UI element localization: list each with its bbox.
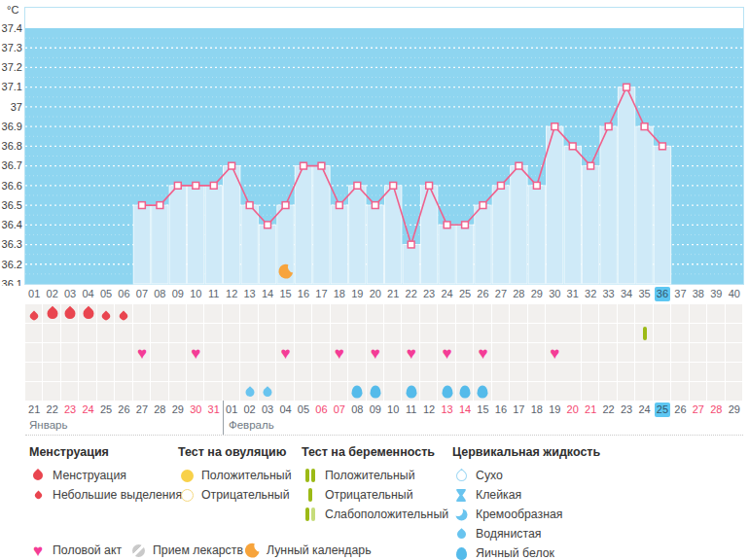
calendar-date-cell[interactable]: 10 xyxy=(384,401,402,418)
cycle-day-cell[interactable]: 16 xyxy=(295,286,312,301)
intercourse-heart-icon[interactable]: ♥ xyxy=(191,347,200,360)
calendar-date-cell[interactable]: 19 xyxy=(546,401,563,418)
calendar-date-cell[interactable]: 25 xyxy=(654,401,671,418)
cycle-day-cell[interactable]: 37 xyxy=(671,286,689,301)
menstruation-drop-icon[interactable] xyxy=(121,305,128,323)
menstruation-drop-icon[interactable] xyxy=(102,305,110,323)
cycle-day-cell[interactable]: 40 xyxy=(726,286,743,301)
calendar-date-cell[interactable]: 31 xyxy=(205,401,223,418)
cycle-day-cell[interactable]: 27 xyxy=(492,286,510,301)
cycle-day-cell[interactable]: 24 xyxy=(438,286,455,301)
calendar-date-cell[interactable]: 26 xyxy=(671,401,689,418)
temperature-point[interactable] xyxy=(354,182,361,189)
temperature-chart[interactable]: 37.437.337.237.13736.936.836.736.636.536… xyxy=(0,0,749,286)
cycle-day-cell[interactable]: 39 xyxy=(707,286,725,301)
cycle-day-cell[interactable]: 04 xyxy=(79,286,96,301)
cervical-fluid-watery-icon[interactable] xyxy=(264,383,272,401)
calendar-date-cell[interactable]: 11 xyxy=(402,401,419,418)
cycle-day-cell[interactable]: 05 xyxy=(97,286,115,301)
calendar-date-cell[interactable]: 30 xyxy=(187,401,204,418)
cycle-day-cell[interactable]: 07 xyxy=(133,286,151,301)
cycle-day-cell[interactable]: 33 xyxy=(599,286,617,301)
temperature-point[interactable] xyxy=(157,202,163,209)
temperature-point[interactable] xyxy=(210,182,217,189)
menstruation-drop-icon[interactable] xyxy=(83,305,93,323)
pregnancy-test-negative-icon[interactable] xyxy=(643,327,647,340)
temperature-point[interactable] xyxy=(229,162,235,169)
calendar-date-cell[interactable]: 03 xyxy=(259,401,276,418)
cycle-day-cell[interactable]: 12 xyxy=(223,286,240,301)
cycle-day-cell[interactable]: 26 xyxy=(474,286,491,301)
calendar-date-cell[interactable]: 16 xyxy=(492,401,510,418)
calendar-date-cell[interactable]: 22 xyxy=(43,401,60,418)
intercourse-heart-icon[interactable]: ♥ xyxy=(137,347,147,360)
cycle-day-cell[interactable]: 29 xyxy=(528,286,546,301)
temperature-point[interactable] xyxy=(408,241,414,248)
cervical-fluid-eggwhite-icon[interactable] xyxy=(406,386,416,399)
calendar-date-cell[interactable]: 24 xyxy=(79,401,96,418)
temperature-point[interactable] xyxy=(605,123,612,130)
calendar-date-cell[interactable]: 14 xyxy=(456,401,474,418)
temperature-point[interactable] xyxy=(174,182,181,189)
temperature-point[interactable] xyxy=(336,202,342,209)
temperature-point[interactable] xyxy=(282,202,289,209)
intercourse-heart-icon[interactable]: ♥ xyxy=(335,347,344,360)
intercourse-heart-icon[interactable]: ♥ xyxy=(371,347,380,360)
cycle-day-cell[interactable]: 30 xyxy=(546,286,563,301)
temperature-point[interactable] xyxy=(301,162,307,169)
calendar-date-cell[interactable]: 27 xyxy=(133,401,151,418)
intercourse-heart-icon[interactable]: ♥ xyxy=(280,347,290,360)
temperature-point[interactable] xyxy=(139,202,146,209)
cycle-day-cell[interactable]: 08 xyxy=(151,286,168,301)
calendar-date-cell[interactable]: 25 xyxy=(97,401,115,418)
calendar-date-cell[interactable]: 24 xyxy=(635,401,653,418)
cervical-fluid-eggwhite-icon[interactable] xyxy=(442,386,452,399)
calendar-date-cell[interactable]: 15 xyxy=(474,401,491,418)
calendar-date-cell[interactable]: 05 xyxy=(295,401,312,418)
calendar-date-cell[interactable]: 27 xyxy=(690,401,707,418)
calendar-date-cell[interactable]: 23 xyxy=(618,401,635,418)
temperature-point[interactable] xyxy=(462,222,469,228)
temperature-point[interactable] xyxy=(193,182,199,189)
temperature-point[interactable] xyxy=(552,123,558,130)
cycle-day-cell[interactable]: 32 xyxy=(582,286,599,301)
calendar-date-cell[interactable]: 23 xyxy=(61,401,79,418)
cycle-day-cell[interactable]: 17 xyxy=(312,286,330,301)
calendar-date-cell[interactable]: 04 xyxy=(276,401,294,418)
cycle-day-cell[interactable]: 38 xyxy=(690,286,707,301)
cycle-day-cell[interactable]: 22 xyxy=(402,286,419,301)
cycle-day-cell[interactable]: 23 xyxy=(420,286,438,301)
temperature-point[interactable] xyxy=(660,143,666,150)
intercourse-heart-icon[interactable]: ♥ xyxy=(443,347,452,360)
temperature-point[interactable] xyxy=(569,143,576,150)
cycle-day-cell[interactable]: 20 xyxy=(367,286,384,301)
cycle-day-cell[interactable]: 18 xyxy=(331,286,348,301)
temperature-point[interactable] xyxy=(480,202,486,209)
temperature-point[interactable] xyxy=(641,123,648,130)
temperature-point[interactable] xyxy=(444,222,450,228)
temperature-point[interactable] xyxy=(246,202,253,209)
cervical-fluid-eggwhite-icon[interactable] xyxy=(460,386,471,399)
cycle-day-cell[interactable]: 11 xyxy=(205,286,223,301)
calendar-date-cell[interactable]: 26 xyxy=(115,401,132,418)
temperature-point[interactable] xyxy=(265,222,271,228)
temperature-point[interactable] xyxy=(533,182,540,189)
calendar-date-cell[interactable]: 18 xyxy=(528,401,546,418)
intercourse-heart-icon[interactable]: ♥ xyxy=(550,347,559,360)
calendar-date-cell[interactable]: 29 xyxy=(169,401,187,418)
cycle-day-cell[interactable]: 34 xyxy=(618,286,635,301)
cycle-day-cell[interactable]: 10 xyxy=(187,286,204,301)
cervical-fluid-eggwhite-icon[interactable] xyxy=(352,386,363,399)
menstruation-drop-icon[interactable] xyxy=(47,305,57,323)
calendar-date-cell[interactable]: 22 xyxy=(599,401,617,418)
cycle-day-cell[interactable]: 28 xyxy=(510,286,527,301)
cycle-day-cell[interactable]: 09 xyxy=(169,286,187,301)
temperature-point[interactable] xyxy=(372,202,378,209)
calendar-date-cell[interactable]: 07 xyxy=(331,401,348,418)
temperature-point[interactable] xyxy=(426,182,433,189)
calendar-date-cell[interactable]: 28 xyxy=(707,401,725,418)
temperature-point[interactable] xyxy=(318,162,325,169)
cycle-day-cell[interactable]: 13 xyxy=(240,286,258,301)
cycle-day-cell[interactable]: 36 xyxy=(654,286,671,301)
cycle-day-cell[interactable]: 31 xyxy=(564,286,582,301)
